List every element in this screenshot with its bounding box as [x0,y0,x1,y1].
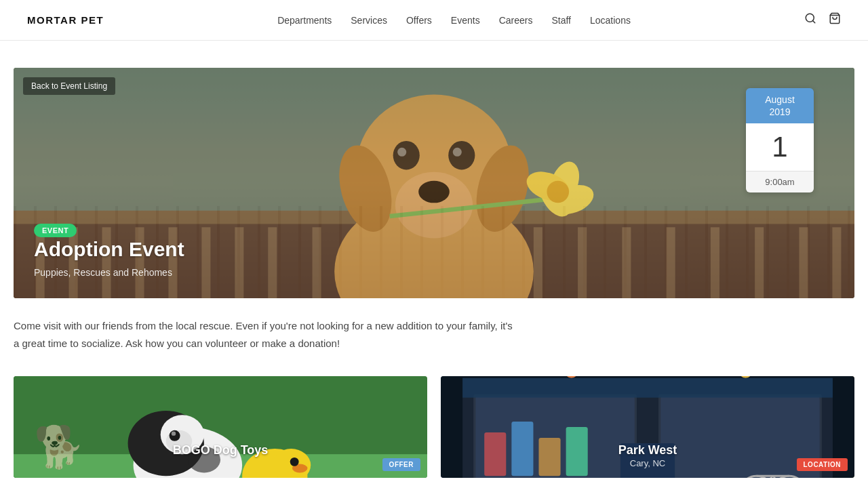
related-cards: BOGO Dog Toys OFFER [14,376,854,478]
event-title: Adoption Event [34,238,184,261]
search-icon[interactable] [804,12,816,28]
back-button[interactable]: Back to Event Listing [23,77,115,95]
svg-rect-25 [799,227,808,298]
offer-badge: OFFER [382,458,420,471]
nav-item-staff[interactable]: Staff [551,14,571,26]
svg-rect-22 [667,227,675,298]
site-logo[interactable]: MORTAR PET [27,14,104,26]
svg-point-51 [172,431,176,435]
main-nav: Departments Services Offers Events Caree… [277,14,631,26]
location-card-subtitle: Cary, NC [441,458,854,468]
svg-line-1 [812,20,814,22]
svg-rect-20 [578,227,587,298]
main-content: Back to Event Listing EVENT Adoption Eve… [0,41,868,488]
offer-card-title: BOGO Dog Toys [14,443,427,458]
svg-rect-14 [313,227,321,298]
date-day: 1 [746,123,814,171]
nav-link-staff[interactable]: Staff [551,15,571,26]
nav-item-services[interactable]: Services [351,14,387,26]
svg-rect-11 [201,227,210,298]
hero-dog-illustration [14,68,854,298]
nav-link-events[interactable]: Events [451,15,480,26]
svg-point-35 [397,148,406,157]
svg-point-55 [290,458,299,466]
date-time: 9:00am [746,171,814,192]
date-month: August2019 [746,88,814,123]
svg-point-42 [547,181,569,203]
location-card-title: Park West [441,443,854,458]
svg-point-33 [393,141,420,169]
offer-card[interactable]: BOGO Dog Toys OFFER [14,376,427,478]
hero-section: Back to Event Listing EVENT Adoption Eve… [14,68,854,298]
nav-item-offers[interactable]: Offers [406,14,432,26]
nav-item-careers[interactable]: Careers [499,14,533,26]
svg-rect-24 [755,227,764,298]
nav-link-locations[interactable]: Locations [590,15,631,26]
nav-link-careers[interactable]: Careers [499,15,533,26]
nav-link-departments[interactable]: Departments [277,15,332,26]
svg-rect-21 [622,227,631,298]
svg-rect-23 [711,227,719,298]
location-badge: LOCATION [797,458,848,471]
location-card[interactable]: Park West Cary, NC LOCATION [441,376,854,478]
event-badge: EVENT [34,224,77,237]
nav-item-events[interactable]: Events [451,14,480,26]
offer-card-background [14,376,427,478]
svg-point-34 [448,141,475,169]
nav-item-departments[interactable]: Departments [277,14,332,26]
cart-icon[interactable] [829,12,841,28]
svg-rect-26 [832,227,841,298]
event-description: Come visit with our friends from the loc… [14,317,515,352]
svg-rect-13 [268,227,277,298]
svg-point-32 [418,181,450,203]
nav-list: Departments Services Offers Events Caree… [277,14,631,26]
header-actions [804,12,841,28]
date-card: August2019 1 9:00am [746,88,814,192]
event-subtitle: Puppies, Rescues and Rehomes [34,267,172,278]
nav-item-locations[interactable]: Locations [590,14,631,26]
offer-card-image [14,376,427,478]
site-header: MORTAR PET Departments Services Offers E… [0,0,868,41]
svg-rect-83 [462,378,833,398]
svg-point-36 [453,148,462,157]
svg-rect-19 [534,227,542,298]
svg-rect-12 [235,227,243,298]
nav-link-offers[interactable]: Offers [406,15,432,26]
nav-link-services[interactable]: Services [351,15,387,26]
